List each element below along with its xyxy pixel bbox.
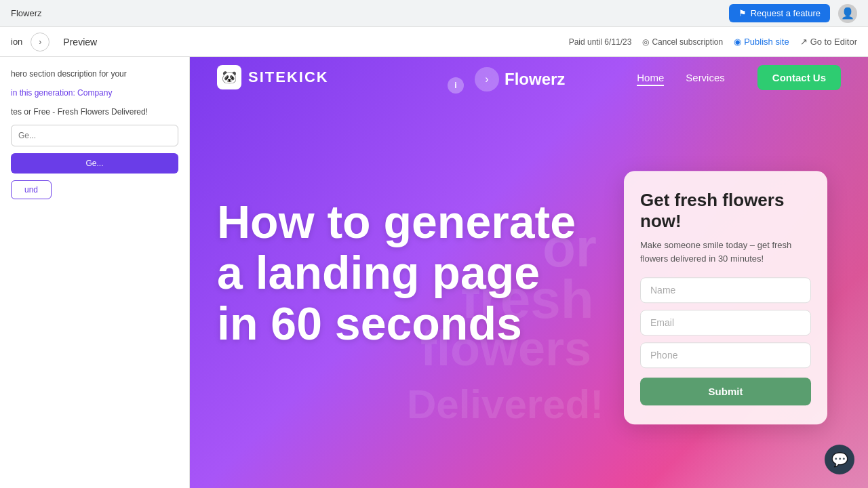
browser-title: Flowerz <box>11 8 42 18</box>
left-panel-row-2: in this generation: Company <box>11 87 178 99</box>
left-panel-input[interactable] <box>11 125 178 146</box>
flowerz-arrow: › <box>475 67 499 92</box>
preview-area: or fresh flowers Delivered! 🐼 SITEKICK ›… <box>190 57 868 488</box>
avatar[interactable]: 👤 <box>838 4 857 23</box>
request-feature-button[interactable]: ⚑ Request a feature <box>729 4 830 22</box>
left-panel-row-1: hero section description for your <box>11 68 178 80</box>
left-panel: hero section description for your in thi… <box>0 57 190 488</box>
go-to-editor-button[interactable]: ↗ Go to Editor <box>800 37 857 47</box>
hero-line-3: in 60 seconds <box>217 297 522 348</box>
hero-line-2: a landing page <box>217 247 540 298</box>
logo-text: SITEKICK <box>248 68 329 86</box>
publish-site-button[interactable]: ◉ Publish site <box>734 37 789 47</box>
left-panel-row-3: tes or Free - Fresh Flowers Delivered! <box>11 106 178 118</box>
site-logo: 🐼 SITEKICK <box>217 65 329 89</box>
publish-icon: ◉ <box>734 37 741 47</box>
flag-icon: ⚑ <box>738 8 747 18</box>
circle-icon: ◎ <box>642 37 649 47</box>
phone-input[interactable] <box>640 343 811 369</box>
flowerz-name: Flowerz <box>505 70 565 89</box>
preview-label: Preview <box>63 37 97 47</box>
left-panel-secondary-button[interactable]: und <box>11 180 52 199</box>
site-nav-links: Home Services Contact Us <box>637 65 841 90</box>
paid-badge: Paid until 6/11/23 <box>569 37 632 47</box>
site-preview: or fresh flowers Delivered! 🐼 SITEKICK ›… <box>190 57 868 488</box>
panda-icon: 🐼 <box>222 70 237 85</box>
editor-bar-right: Paid until 6/11/23 ◎ Cancel subscription… <box>569 37 857 47</box>
left-panel-generate-button[interactable]: Ge... <box>11 153 178 174</box>
main-content: hero section description for your in thi… <box>0 57 868 488</box>
site-nav: 🐼 SITEKICK › Flowerz i Home Services Con… <box>190 57 868 98</box>
editor-nav-section[interactable]: ion <box>11 37 22 47</box>
form-card: Get fresh flowers now! Make someone smil… <box>624 171 827 424</box>
name-input[interactable] <box>640 278 811 304</box>
chat-bubble[interactable]: 💬 <box>825 445 854 474</box>
form-card-description: Make someone smile today – get fresh flo… <box>640 239 811 266</box>
info-badge[interactable]: i <box>448 77 464 94</box>
user-icon: 👤 <box>841 7 854 20</box>
email-input[interactable] <box>640 310 811 336</box>
hero-title: How to generate a landing page in 60 sec… <box>217 197 576 348</box>
form-card-title: Get fresh flowers now! <box>640 190 811 232</box>
editor-nav-arrow[interactable]: › <box>31 33 50 52</box>
nav-link-home[interactable]: Home <box>637 72 664 83</box>
chat-icon: 💬 <box>831 451 848 468</box>
cancel-subscription-button[interactable]: ◎ Cancel subscription <box>642 37 723 47</box>
contact-us-button[interactable]: Contact Us <box>757 65 841 90</box>
browser-bar: Flowerz ⚑ Request a feature 👤 <box>0 0 868 27</box>
submit-button[interactable]: Submit <box>640 378 811 406</box>
nav-link-services[interactable]: Services <box>686 72 725 83</box>
external-link-icon: ↗ <box>800 37 808 47</box>
flowerz-brand: › Flowerz <box>475 67 565 92</box>
editor-bar: ion › Preview Paid until 6/11/23 ◎ Cance… <box>0 27 868 57</box>
hero-content: How to generate a landing page in 60 sec… <box>217 197 576 348</box>
hero-line-1: How to generate <box>217 196 576 247</box>
logo-icon: 🐼 <box>217 65 241 89</box>
